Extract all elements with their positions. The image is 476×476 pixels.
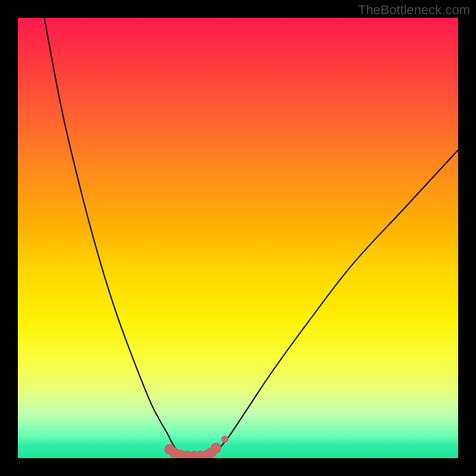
bottleneck-curves <box>44 18 458 456</box>
marker-dot <box>221 436 228 443</box>
watermark-text: TheBottleneck.com <box>358 2 470 18</box>
curve-right-branch <box>212 150 458 456</box>
curve-left-branch <box>44 18 185 456</box>
chart-svg <box>18 18 458 458</box>
bottom-marker-dots <box>164 436 228 458</box>
marker-dot <box>211 443 221 453</box>
